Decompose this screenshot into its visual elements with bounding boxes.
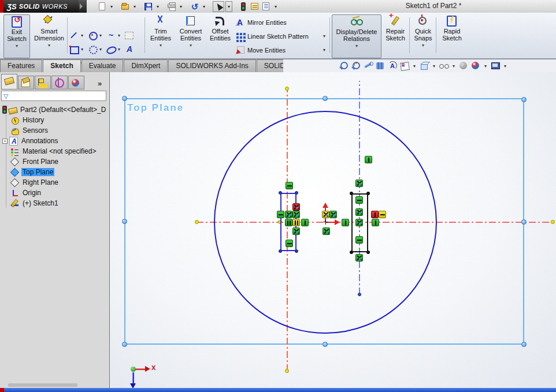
- relation-vertical-icon[interactable]: [285, 219, 292, 226]
- dropdown-arrow-icon[interactable]: ▾: [160, 42, 162, 49]
- hide-show-items-icon[interactable]: [439, 61, 449, 71]
- file-properties-icon[interactable]: [250, 2, 260, 12]
- vertex-point[interactable]: [350, 192, 353, 195]
- dropdown-arrow-icon[interactable]: ▾: [355, 43, 358, 50]
- plane-handle[interactable]: [122, 219, 127, 224]
- plane-handle[interactable]: [521, 97, 527, 102]
- relation-horizontal-selected-icon[interactable]: [379, 211, 386, 218]
- smart-dimension-button[interactable]: Smart Dimension ▾: [32, 14, 66, 58]
- move-entities-button[interactable]: Move Entities ▾: [235, 44, 327, 57]
- rotate-view-icon[interactable]: A: [387, 61, 398, 71]
- convert-entities-button[interactable]: Convert Entities ▾: [176, 14, 206, 58]
- dropdown-arrow-icon[interactable]: ▾: [79, 33, 85, 38]
- centerline-endpoint[interactable]: [285, 369, 289, 373]
- tab-sketch[interactable]: Sketch: [43, 59, 80, 72]
- print-icon[interactable]: [166, 2, 177, 12]
- plane-handle[interactable]: [122, 342, 127, 347]
- dropdown-arrow-icon[interactable]: ▾: [273, 4, 279, 9]
- tree-item-annotations[interactable]: + Annotations: [2, 136, 109, 146]
- tree-item-sensors[interactable]: Sensors: [2, 125, 109, 136]
- centerline-endpoint[interactable]: [551, 220, 555, 224]
- dropdown-arrow-icon[interactable]: ▾: [116, 33, 122, 38]
- dropdown-arrow-icon[interactable]: ▾: [132, 4, 138, 9]
- dropdown-arrow-icon[interactable]: ▾: [190, 42, 192, 49]
- dropdown-arrow-icon[interactable]: ▾: [412, 64, 417, 69]
- tab-features[interactable]: Features: [0, 59, 42, 72]
- mirror-entities-button[interactable]: A Mirror Entities: [235, 16, 327, 29]
- plane-handle[interactable]: [521, 342, 527, 347]
- view-settings-icon[interactable]: [490, 61, 501, 71]
- relation-coincident-icon[interactable]: [355, 219, 363, 226]
- dimxpertmanager-tab[interactable]: [51, 76, 68, 89]
- relation-vertical-icon[interactable]: [365, 156, 372, 163]
- relation-vertical-icon[interactable]: [342, 219, 349, 226]
- expand-plus-icon[interactable]: +: [2, 139, 8, 144]
- plane-handle[interactable]: [323, 342, 328, 347]
- view-orientation-icon[interactable]: [399, 61, 410, 71]
- relation-coincident-icon[interactable]: [355, 180, 363, 187]
- propertymanager-tab[interactable]: [18, 76, 34, 89]
- tree-item-history[interactable]: History: [2, 115, 109, 125]
- tree-item-part[interactable]: Part2 (Default<<Default>_D: [2, 104, 109, 115]
- tree-filter-input[interactable]: ▽: [1, 91, 106, 101]
- vertex-point[interactable]: [295, 249, 298, 253]
- offset-entities-button[interactable]: Offset Entities: [207, 14, 233, 58]
- select-tool-button[interactable]: [213, 1, 224, 12]
- spline-tool-button[interactable]: ~▾: [106, 28, 125, 42]
- open-icon[interactable]: [120, 2, 131, 12]
- relation-error-icon[interactable]: [292, 203, 300, 211]
- repair-sketch-button[interactable]: Repair Sketch: [383, 14, 408, 58]
- dropdown-arrow-icon[interactable]: ▾: [16, 43, 18, 50]
- arc-tool-button[interactable]: ▾: [88, 42, 106, 56]
- tab-dimxpert[interactable]: DimXpert: [124, 59, 168, 72]
- relation-coincident-selected-icon[interactable]: [322, 211, 329, 218]
- tree-item-origin[interactable]: Origin: [2, 188, 109, 198]
- select-tool-dropdown[interactable]: ▾: [225, 1, 232, 12]
- relation-horizontal-icon[interactable]: [286, 182, 293, 189]
- tree-item-sketch1[interactable]: (+) Sketch1: [2, 198, 109, 208]
- save-icon[interactable]: [143, 2, 154, 12]
- dropdown-arrow-icon[interactable]: ▾: [48, 42, 50, 49]
- trim-entities-button[interactable]: Trim Entities ▾: [147, 14, 175, 58]
- dropdown-arrow-icon[interactable]: ▾: [201, 4, 207, 9]
- relation-coincident-icon[interactable]: [329, 211, 337, 218]
- interference-check-icon[interactable]: [238, 2, 249, 12]
- linear-sketch-pattern-button[interactable]: Linear Sketch Pattern ▾: [235, 30, 327, 43]
- zoom-to-area-icon[interactable]: [351, 61, 361, 71]
- tree-item-front-plane[interactable]: Front Plane: [2, 156, 109, 167]
- line-tool-button[interactable]: ▾: [69, 28, 88, 42]
- relation-coincident-icon[interactable]: [292, 211, 300, 218]
- rapid-sketch-button[interactable]: Rapid Sketch: [438, 14, 466, 58]
- relation-coincident-icon[interactable]: [355, 254, 363, 262]
- dropdown-arrow-icon[interactable]: ▾: [178, 4, 184, 9]
- dropdown-arrow-icon[interactable]: ▾: [79, 47, 85, 52]
- vertex-point[interactable]: [366, 192, 370, 195]
- configurationmanager-tab[interactable]: [35, 76, 51, 89]
- dropdown-arrow-icon[interactable]: ▾: [502, 64, 508, 69]
- dropdown-arrow-icon[interactable]: ▾: [321, 47, 327, 54]
- plane-handle[interactable]: [323, 96, 328, 101]
- relation-coincident-icon[interactable]: [323, 227, 330, 235]
- vertex-point[interactable]: [279, 191, 282, 195]
- section-view-icon[interactable]: [375, 61, 386, 71]
- vertex-point[interactable]: [295, 191, 298, 195]
- plane-handle[interactable]: [521, 219, 527, 225]
- menu-expand-arrow-icon[interactable]: [80, 3, 83, 9]
- plane-handle[interactable]: [122, 96, 127, 101]
- relation-horizontal-icon[interactable]: [355, 196, 363, 204]
- relation-vertical-icon[interactable]: [301, 219, 309, 226]
- relation-coincident-icon[interactable]: [292, 227, 300, 235]
- graphics-area[interactable]: Top Plane: [110, 72, 556, 388]
- relation-horizontal-icon[interactable]: [355, 236, 363, 244]
- relation-vertical-icon[interactable]: [372, 219, 379, 226]
- centerline-endpoint[interactable]: [358, 293, 361, 296]
- dropdown-arrow-icon[interactable]: ▾: [98, 47, 103, 52]
- relation-vertical-error-icon[interactable]: [371, 211, 379, 218]
- relation-vertical-selected-icon[interactable]: [292, 219, 300, 226]
- dropdown-arrow-icon[interactable]: ▾: [109, 4, 114, 9]
- centerline-endpoint[interactable]: [195, 220, 199, 224]
- tab-solidworks-add-ins[interactable]: SOLIDWORKS Add-Ins: [168, 59, 255, 72]
- displaymanager-tab[interactable]: [68, 76, 84, 89]
- tab-evaluate[interactable]: Evaluate: [81, 59, 124, 72]
- relation-coincident-icon[interactable]: [355, 208, 363, 216]
